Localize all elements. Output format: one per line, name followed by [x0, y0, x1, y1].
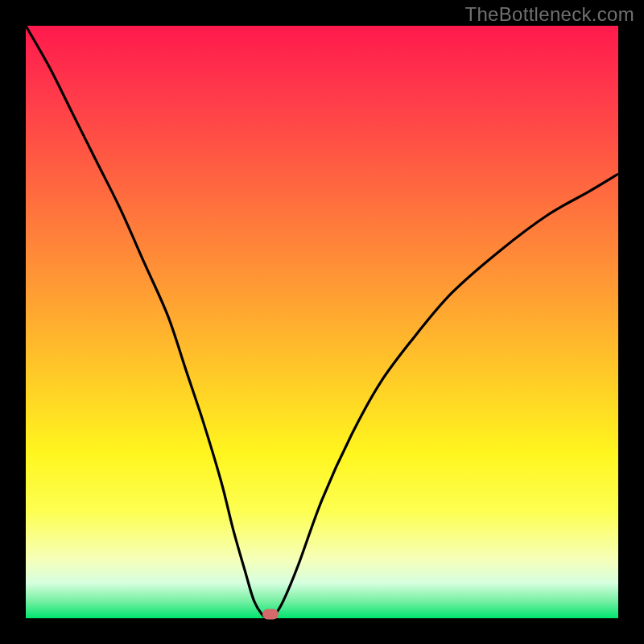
bottleneck-curve	[26, 26, 618, 618]
curve-line	[26, 26, 618, 618]
plot-area	[26, 26, 618, 618]
optimal-point-marker	[262, 609, 279, 619]
chart-frame: TheBottleneck.com	[0, 0, 644, 644]
watermark-text: TheBottleneck.com	[464, 3, 634, 26]
